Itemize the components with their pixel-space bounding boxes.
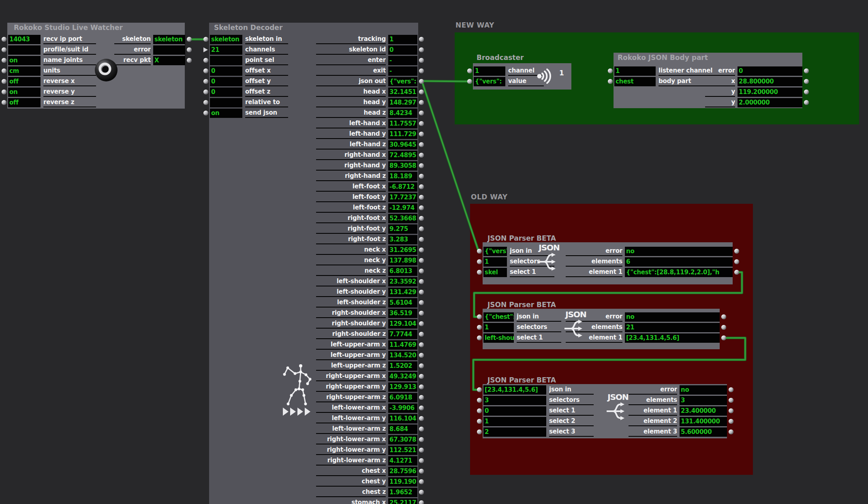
- elements-port[interactable]: [721, 325, 726, 330]
- head z-port[interactable]: [419, 111, 424, 115]
- chest x-value[interactable]: 28.7596: [388, 467, 417, 476]
- node-rokoko-json-body-part[interactable]: Rokoko JSON Body part 1listener channelc…: [614, 53, 802, 108]
- left-upper-arm z-port[interactable]: [419, 363, 424, 368]
- right-upper-arm x-port[interactable]: [419, 374, 424, 379]
- element 2-port[interactable]: [729, 419, 733, 424]
- select 1-port[interactable]: [477, 270, 482, 275]
- select 3-value[interactable]: 2: [483, 427, 546, 437]
- select 1-value[interactable]: skel: [483, 268, 507, 277]
- error-value[interactable]: no: [625, 247, 733, 256]
- units-value[interactable]: cm: [8, 66, 41, 76]
- stomach x-port[interactable]: [419, 500, 424, 504]
- right-upper-arm y-port[interactable]: [419, 384, 424, 389]
- error-port[interactable]: [721, 314, 726, 319]
- channel-value[interactable]: 1: [474, 66, 505, 76]
- right-upper-arm z-value[interactable]: 6.0918: [388, 393, 417, 402]
- send json-port[interactable]: [203, 111, 208, 115]
- left-upper-arm y-port[interactable]: [419, 353, 424, 358]
- right-lower-arm y-value[interactable]: 112.521: [388, 446, 417, 455]
- json in-port[interactable]: [477, 314, 482, 319]
- left-foot x-port[interactable]: [419, 184, 424, 189]
- profile/suit id-port[interactable]: [2, 47, 6, 52]
- selectors-port[interactable]: [477, 325, 482, 330]
- name joints-value[interactable]: on: [8, 56, 41, 65]
- select 1-port[interactable]: [477, 408, 482, 413]
- left-foot z-port[interactable]: [419, 205, 424, 210]
- node-broadcaster[interactable]: 1channel{"vers":value 1: [473, 63, 571, 90]
- y-value[interactable]: 119.200000: [738, 88, 802, 97]
- reverse x-port[interactable]: [2, 79, 6, 84]
- profile/suit id-value[interactable]: [8, 45, 41, 55]
- recv pkt-value[interactable]: X: [153, 56, 185, 65]
- offset y-value[interactable]: 0: [210, 77, 242, 86]
- left-lower-arm x-port[interactable]: [419, 406, 424, 410]
- left-foot x-value[interactable]: -6.8712: [388, 182, 417, 192]
- head z-value[interactable]: 8.4234: [388, 109, 417, 118]
- left-lower-arm y-port[interactable]: [419, 416, 424, 421]
- right-hand x-value[interactable]: 72.4895: [388, 151, 417, 160]
- right-lower-arm y-port[interactable]: [419, 448, 424, 453]
- skeleton in-port[interactable]: [203, 37, 208, 42]
- skeleton id-value[interactable]: 0: [388, 45, 417, 55]
- node-rokoko-studio-live-watcher[interactable]: Rokoko Studio Live Watcher 14043recv ip …: [7, 23, 185, 109]
- selectors-value[interactable]: 1: [483, 323, 514, 332]
- right-lower-arm x-port[interactable]: [419, 437, 424, 442]
- reverse z-value[interactable]: off: [8, 98, 41, 107]
- right-shoulder z-port[interactable]: [419, 332, 424, 337]
- element 3-port[interactable]: [729, 429, 733, 434]
- skeleton-port[interactable]: [187, 37, 192, 42]
- patch-editor-canvas[interactable]: NEW WAY OLD WAY Rokoko Studio Live Watch…: [0, 0, 868, 504]
- right-foot z-port[interactable]: [419, 237, 424, 242]
- select 2-value[interactable]: 1: [483, 417, 546, 426]
- left-hand y-port[interactable]: [419, 132, 424, 137]
- left-shoulder z-port[interactable]: [419, 300, 424, 305]
- left-hand y-value[interactable]: 111.729: [388, 130, 417, 139]
- channel-port[interactable]: [467, 68, 472, 73]
- neck x-port[interactable]: [419, 248, 424, 252]
- element 1-port[interactable]: [729, 408, 733, 413]
- right-foot y-port[interactable]: [419, 226, 424, 231]
- right-upper-arm x-value[interactable]: 49.3249: [388, 372, 417, 381]
- y-port[interactable]: [804, 100, 809, 105]
- right-foot x-port[interactable]: [419, 216, 424, 221]
- skeleton id-port[interactable]: [419, 47, 424, 52]
- right-upper-arm z-port[interactable]: [419, 395, 424, 400]
- left-foot y-port[interactable]: [419, 195, 424, 200]
- neck z-value[interactable]: 6.8013: [388, 267, 417, 276]
- right-hand x-port[interactable]: [419, 153, 424, 158]
- json in-value[interactable]: {"chest":[: [483, 312, 514, 322]
- reverse z-port[interactable]: [2, 100, 6, 105]
- element 1-port[interactable]: [721, 335, 726, 340]
- chest x-port[interactable]: [419, 469, 424, 474]
- selectors-value[interactable]: 1: [483, 257, 507, 267]
- tracking-port[interactable]: [419, 37, 424, 42]
- json in-port[interactable]: [477, 249, 482, 254]
- right-shoulder x-value[interactable]: 36.519: [388, 309, 417, 318]
- relative to-value[interactable]: [210, 98, 242, 107]
- value-value[interactable]: {"vers":: [474, 77, 505, 86]
- exit-value[interactable]: -: [388, 66, 417, 76]
- recv ip port-port[interactable]: [2, 37, 6, 42]
- right-lower-arm z-port[interactable]: [419, 458, 424, 463]
- json out-port[interactable]: [419, 79, 424, 84]
- right-shoulder z-value[interactable]: 7.7744: [388, 330, 417, 339]
- recv pkt-port[interactable]: [187, 58, 192, 63]
- right-upper-arm y-value[interactable]: 129.913: [388, 382, 417, 392]
- chest y-value[interactable]: 119.190: [388, 477, 417, 487]
- left-upper-arm z-value[interactable]: 1.5202: [388, 361, 417, 371]
- right-foot x-value[interactable]: 52.3668: [388, 214, 417, 223]
- listener channel-port[interactable]: [608, 68, 613, 73]
- reverse x-value[interactable]: off: [8, 77, 41, 86]
- error-port[interactable]: [187, 47, 192, 52]
- recv ip port-value[interactable]: 14043: [8, 35, 41, 44]
- left-foot z-value[interactable]: -12.974: [388, 203, 417, 213]
- json in-value[interactable]: {"vers":: [483, 247, 507, 256]
- reverse y-port[interactable]: [2, 90, 6, 94]
- error-value[interactable]: [153, 45, 185, 55]
- element 1-value[interactable]: 23.400000: [680, 406, 727, 416]
- left-foot y-value[interactable]: 17.7237: [388, 193, 417, 202]
- error-value[interactable]: no: [625, 312, 720, 322]
- point sel-port[interactable]: [203, 58, 208, 63]
- right-lower-arm x-value[interactable]: 67.3078: [388, 435, 417, 444]
- channels-value[interactable]: 21: [210, 45, 242, 55]
